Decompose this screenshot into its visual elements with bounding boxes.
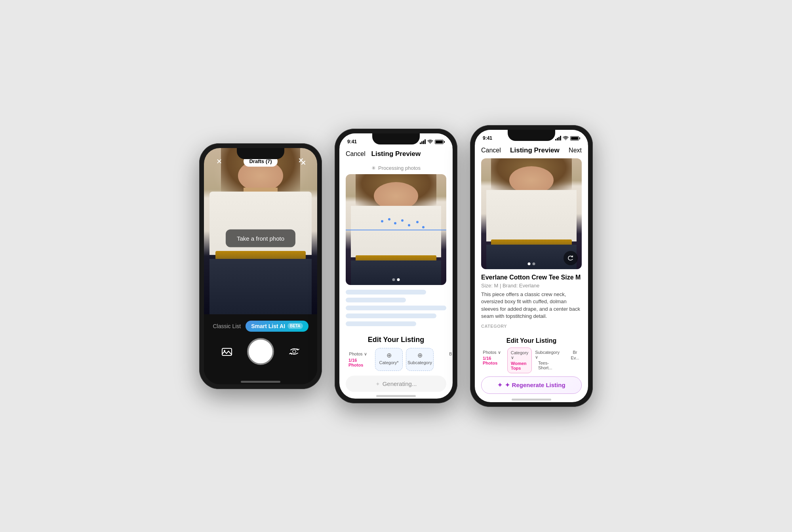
camera-controls: [212, 338, 309, 365]
phone-listing: 9:41: [470, 125, 593, 407]
battery-icon: [435, 140, 445, 144]
generating-button[interactable]: ✦ Generating...: [346, 376, 446, 392]
category-label: CATEGORY: [481, 324, 582, 329]
scissors-icon: [298, 157, 307, 166]
camera-screen: ✕ Drafts (7): [204, 148, 317, 384]
status-time-3: 9:41: [483, 135, 492, 141]
phone-processing: 9:41: [335, 129, 457, 403]
edit-tabs: Photos ∨ 1/16 Photos ⊕ Category* ⊕ Subca…: [339, 348, 453, 371]
photo-prompt: Take a front photo: [226, 229, 295, 247]
listing-meta: Size: M | Brand: Everlane: [481, 283, 582, 289]
skeleton-line-3: [346, 306, 446, 310]
wifi-icon: [427, 139, 433, 144]
brand-tab-3[interactable]: Br Ev...: [563, 348, 587, 373]
flip-camera-button[interactable]: [287, 344, 301, 359]
notch: [508, 130, 555, 141]
edit-section-title-3: Edit Your Listing: [475, 335, 588, 348]
status-icons-3: [555, 136, 580, 141]
skeleton-line-4: [346, 314, 436, 318]
photos-tab[interactable]: Photos ∨ 1/16 Photos: [344, 348, 372, 371]
skeleton-line-1: [346, 290, 426, 294]
sparkle-icon: ✦: [497, 382, 503, 389]
svg-point-5: [293, 350, 296, 353]
flip-camera-icon: [289, 346, 300, 357]
cancel-button[interactable]: Cancel: [346, 150, 366, 158]
listing-description: This piece offers a classic crew neck, o…: [481, 291, 582, 320]
processing-status: ✳ Processing photos: [339, 162, 453, 174]
photos-tab-3[interactable]: Photos ∨ 1/16 Photos: [480, 348, 504, 373]
notch: [372, 133, 420, 144]
status-time: 9:41: [347, 139, 357, 144]
category-tab[interactable]: ⊕ Category*: [375, 348, 403, 371]
phone-camera: ✕ Drafts (7): [199, 143, 322, 389]
gallery-button[interactable]: [220, 344, 234, 359]
cancel-button-3[interactable]: Cancel: [481, 147, 501, 154]
close-button[interactable]: ✕: [212, 154, 226, 169]
shutter-button[interactable]: [247, 338, 274, 365]
home-indicator-3: [512, 399, 551, 401]
image-dots: [392, 278, 400, 281]
shutter-inner: [249, 340, 272, 363]
screen-header-3: Cancel Listing Preview Next: [475, 143, 588, 158]
regenerate-listing-button[interactable]: ✦ ✦ Regenerate Listing: [481, 376, 582, 394]
listing-title: Everlane Cotton Crew Tee Size M: [481, 274, 582, 281]
page-title: Listing Preview: [371, 150, 421, 158]
image-dots-3: [528, 262, 535, 265]
beta-badge: BETA: [287, 323, 303, 329]
processing-screen: 9:41: [339, 133, 453, 399]
skeleton-line-2: [346, 298, 406, 302]
brand-tab[interactable]: B: [437, 348, 453, 371]
camera-background: ✕ Drafts (7): [204, 148, 317, 378]
skeleton-line-5: [346, 321, 416, 326]
listing-image-3: [481, 158, 582, 269]
mode-tabs: Classic List Smart List AI BETA: [213, 321, 308, 332]
skeleton-content: [339, 285, 453, 331]
rotate-icon: [567, 255, 574, 261]
edit-tabs-3: Photos ∨ 1/16 Photos Category ∨ Women To…: [475, 348, 588, 373]
edit-section-title: Edit Your Listing: [339, 331, 453, 348]
status-icons: [420, 139, 445, 144]
phones-container: ✕ Drafts (7): [199, 125, 593, 407]
scan-line: [346, 230, 446, 230]
spinner-icon: ✳: [371, 165, 376, 171]
next-button[interactable]: Next: [569, 147, 582, 154]
listing-details: Everlane Cotton Crew Tee Size M Size: M …: [475, 269, 588, 335]
signal-icon-3: [555, 136, 561, 141]
listing-image: [346, 174, 446, 285]
notch: [237, 148, 284, 159]
subcategory-tab-3[interactable]: Subcategory ∨ Tees- Short...: [535, 348, 560, 373]
page-title-3: Listing Preview: [510, 146, 560, 154]
classic-list-tab[interactable]: Classic List: [213, 323, 241, 329]
screen-header: Cancel Listing Preview: [339, 147, 453, 162]
listing-screen: 9:41: [475, 130, 588, 402]
home-indicator: [241, 381, 280, 383]
subcategory-tab[interactable]: ⊕ Subcategory: [406, 348, 434, 371]
gallery-icon: [221, 346, 232, 357]
smart-list-tab[interactable]: Smart List AI BETA: [246, 321, 308, 332]
crop-button[interactable]: [295, 154, 309, 169]
image-rotate-button[interactable]: [564, 251, 578, 265]
signal-icon: [420, 139, 426, 144]
battery-icon-3: [570, 136, 580, 141]
wifi-icon-3: [563, 136, 569, 141]
category-tab-3[interactable]: Category ∨ Women Tops: [507, 348, 532, 373]
camera-bottom: Classic List Smart List AI BETA: [204, 314, 317, 374]
home-indicator: [376, 395, 416, 397]
scan-dots: [346, 216, 446, 236]
